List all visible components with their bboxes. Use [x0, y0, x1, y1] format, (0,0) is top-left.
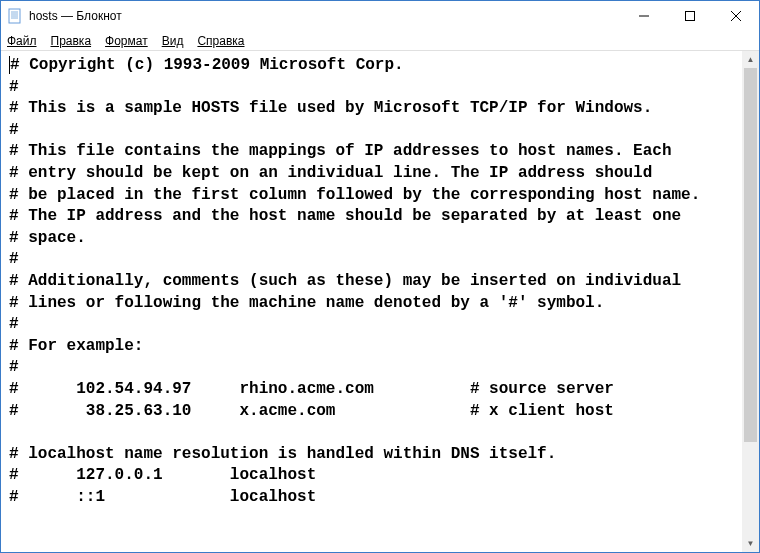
close-button[interactable]: [713, 1, 759, 31]
menubar: Файл Правка Формат Вид Справка: [1, 31, 759, 51]
menu-help[interactable]: Справка: [197, 34, 244, 48]
scrollbar-thumb[interactable]: [744, 68, 757, 442]
scroll-down-arrow-icon[interactable]: ▼: [742, 535, 759, 552]
menu-file[interactable]: Файл: [7, 34, 37, 48]
notepad-icon: [7, 8, 23, 24]
vertical-scrollbar[interactable]: ▲ ▼: [742, 51, 759, 552]
minimize-button[interactable]: [621, 1, 667, 31]
titlebar[interactable]: hosts — Блокнот: [1, 1, 759, 31]
menu-edit[interactable]: Правка: [51, 34, 92, 48]
window-controls: [621, 1, 759, 31]
scrollbar-track[interactable]: [742, 68, 759, 535]
maximize-button[interactable]: [667, 1, 713, 31]
svg-rect-6: [686, 12, 695, 21]
scroll-up-arrow-icon[interactable]: ▲: [742, 51, 759, 68]
editor-area: # Copyright (c) 1993-2009 Microsoft Corp…: [1, 51, 759, 552]
menu-view[interactable]: Вид: [162, 34, 184, 48]
text-content[interactable]: # Copyright (c) 1993-2009 Microsoft Corp…: [1, 51, 742, 552]
window-title: hosts — Блокнот: [29, 9, 621, 23]
menu-format[interactable]: Формат: [105, 34, 148, 48]
